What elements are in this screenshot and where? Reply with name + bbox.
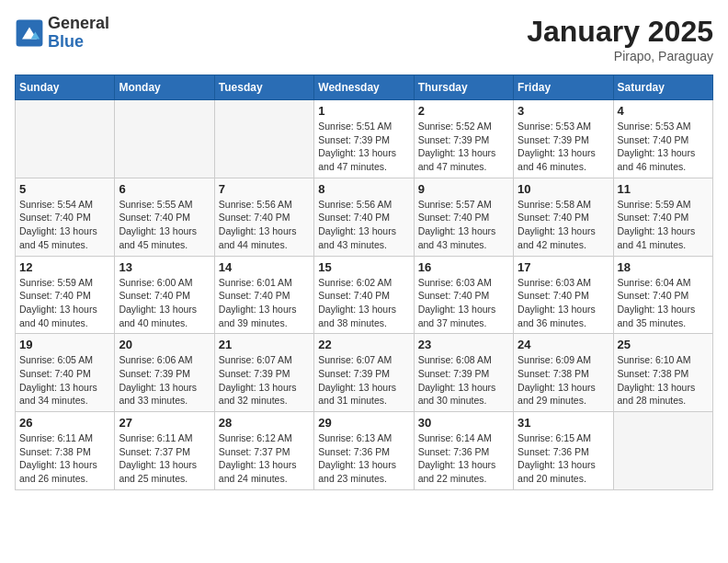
day-number: 18	[618, 260, 709, 274]
day-info: Sunrise: 6:07 AM Sunset: 7:39 PM Dayligh…	[318, 353, 409, 408]
page-header: General Blue January 2025 Pirapo, Paragu…	[15, 15, 713, 63]
calendar-cell: 17Sunrise: 6:03 AM Sunset: 7:40 PM Dayli…	[514, 256, 613, 334]
day-info: Sunrise: 6:11 AM Sunset: 7:38 PM Dayligh…	[19, 431, 110, 486]
calendar-cell: 7Sunrise: 5:56 AM Sunset: 7:40 PM Daylig…	[214, 178, 313, 256]
weekday-header-sunday: Sunday	[16, 75, 115, 100]
day-number: 26	[19, 416, 110, 430]
calendar-table: SundayMondayTuesdayWednesdayThursdayFrid…	[15, 75, 713, 490]
day-number: 5	[19, 182, 110, 196]
calendar-cell: 12Sunrise: 5:59 AM Sunset: 7:40 PM Dayli…	[16, 256, 115, 334]
day-info: Sunrise: 5:52 AM Sunset: 7:39 PM Dayligh…	[418, 120, 509, 174]
calendar-cell: 29Sunrise: 6:13 AM Sunset: 7:36 PM Dayli…	[314, 412, 414, 490]
day-info: Sunrise: 5:53 AM Sunset: 7:40 PM Dayligh…	[618, 120, 709, 174]
day-info: Sunrise: 5:53 AM Sunset: 7:39 PM Dayligh…	[518, 120, 609, 174]
calendar-cell: 25Sunrise: 6:10 AM Sunset: 7:38 PM Dayli…	[613, 334, 712, 412]
day-info: Sunrise: 5:59 AM Sunset: 7:40 PM Dayligh…	[19, 276, 110, 330]
calendar-cell: 1Sunrise: 5:51 AM Sunset: 7:39 PM Daylig…	[314, 100, 414, 178]
day-number: 19	[19, 338, 110, 351]
calendar-cell: 24Sunrise: 6:09 AM Sunset: 7:38 PM Dayli…	[514, 334, 613, 412]
calendar-cell: 15Sunrise: 6:02 AM Sunset: 7:40 PM Dayli…	[314, 256, 414, 334]
weekday-header-monday: Monday	[115, 75, 214, 100]
weekday-header-wednesday: Wednesday	[314, 75, 414, 100]
day-number: 28	[219, 416, 310, 430]
day-number: 29	[318, 416, 409, 430]
day-info: Sunrise: 5:59 AM Sunset: 7:40 PM Dayligh…	[618, 198, 709, 252]
calendar-cell: 23Sunrise: 6:08 AM Sunset: 7:39 PM Dayli…	[414, 334, 513, 412]
calendar-cell: 20Sunrise: 6:06 AM Sunset: 7:39 PM Dayli…	[115, 334, 214, 412]
calendar-cell: 4Sunrise: 5:53 AM Sunset: 7:40 PM Daylig…	[613, 100, 712, 178]
day-info: Sunrise: 6:03 AM Sunset: 7:40 PM Dayligh…	[418, 276, 509, 330]
day-info: Sunrise: 6:12 AM Sunset: 7:37 PM Dayligh…	[219, 431, 310, 486]
calendar-cell: 27Sunrise: 6:11 AM Sunset: 7:37 PM Dayli…	[115, 412, 214, 490]
calendar-cell: 28Sunrise: 6:12 AM Sunset: 7:37 PM Dayli…	[214, 412, 313, 490]
day-info: Sunrise: 6:08 AM Sunset: 7:39 PM Dayligh…	[418, 353, 509, 408]
day-number: 24	[518, 338, 609, 351]
day-info: Sunrise: 6:02 AM Sunset: 7:40 PM Dayligh…	[318, 276, 409, 330]
day-info: Sunrise: 6:11 AM Sunset: 7:37 PM Dayligh…	[119, 431, 210, 486]
day-info: Sunrise: 5:51 AM Sunset: 7:39 PM Dayligh…	[318, 120, 409, 174]
day-info: Sunrise: 6:15 AM Sunset: 7:36 PM Dayligh…	[518, 431, 609, 486]
day-number: 16	[418, 260, 509, 274]
day-number: 11	[618, 182, 709, 196]
logo-blue: Blue	[48, 33, 109, 52]
day-info: Sunrise: 6:00 AM Sunset: 7:40 PM Dayligh…	[119, 276, 210, 330]
calendar-cell: 14Sunrise: 6:01 AM Sunset: 7:40 PM Dayli…	[214, 256, 313, 334]
day-number: 3	[518, 104, 609, 118]
weekday-header-tuesday: Tuesday	[214, 75, 313, 100]
calendar-week-1: 1Sunrise: 5:51 AM Sunset: 7:39 PM Daylig…	[16, 100, 713, 178]
day-number: 27	[119, 416, 210, 430]
day-number: 6	[119, 182, 210, 196]
day-number: 7	[219, 182, 310, 196]
calendar-cell: 13Sunrise: 6:00 AM Sunset: 7:40 PM Dayli…	[115, 256, 214, 334]
logo-general: General	[48, 15, 109, 33]
day-number: 9	[418, 182, 509, 196]
location: Pirapo, Paraguay	[527, 49, 713, 63]
day-info: Sunrise: 5:56 AM Sunset: 7:40 PM Dayligh…	[318, 198, 409, 252]
calendar-week-4: 19Sunrise: 6:05 AM Sunset: 7:40 PM Dayli…	[16, 334, 713, 412]
month-title: January 2025	[527, 15, 713, 49]
calendar-cell: 8Sunrise: 5:56 AM Sunset: 7:40 PM Daylig…	[314, 178, 414, 256]
calendar-cell	[115, 100, 214, 178]
weekday-header-row: SundayMondayTuesdayWednesdayThursdayFrid…	[16, 75, 713, 100]
day-number: 30	[418, 416, 509, 430]
day-info: Sunrise: 6:10 AM Sunset: 7:38 PM Dayligh…	[618, 353, 709, 408]
day-info: Sunrise: 5:58 AM Sunset: 7:40 PM Dayligh…	[518, 198, 609, 252]
day-number: 2	[418, 104, 509, 118]
day-number: 8	[318, 182, 409, 196]
day-number: 12	[19, 260, 110, 274]
day-number: 31	[518, 416, 609, 430]
calendar-cell: 6Sunrise: 5:55 AM Sunset: 7:40 PM Daylig…	[115, 178, 214, 256]
calendar-cell: 19Sunrise: 6:05 AM Sunset: 7:40 PM Dayli…	[16, 334, 115, 412]
calendar-cell: 22Sunrise: 6:07 AM Sunset: 7:39 PM Dayli…	[314, 334, 414, 412]
weekday-header-thursday: Thursday	[414, 75, 513, 100]
day-info: Sunrise: 5:57 AM Sunset: 7:40 PM Dayligh…	[418, 198, 509, 252]
logo-text: General Blue	[48, 15, 109, 52]
calendar-cell	[16, 100, 115, 178]
day-info: Sunrise: 6:05 AM Sunset: 7:40 PM Dayligh…	[19, 353, 110, 408]
calendar-week-5: 26Sunrise: 6:11 AM Sunset: 7:38 PM Dayli…	[16, 412, 713, 490]
calendar-cell	[613, 412, 712, 490]
day-info: Sunrise: 6:07 AM Sunset: 7:39 PM Dayligh…	[219, 353, 310, 408]
calendar-cell: 31Sunrise: 6:15 AM Sunset: 7:36 PM Dayli…	[514, 412, 613, 490]
calendar-cell: 10Sunrise: 5:58 AM Sunset: 7:40 PM Dayli…	[514, 178, 613, 256]
day-number: 21	[219, 338, 310, 351]
day-info: Sunrise: 6:03 AM Sunset: 7:40 PM Dayligh…	[518, 276, 609, 330]
calendar-cell	[214, 100, 313, 178]
day-number: 14	[219, 260, 310, 274]
day-number: 20	[119, 338, 210, 351]
day-info: Sunrise: 5:54 AM Sunset: 7:40 PM Dayligh…	[19, 198, 110, 252]
day-number: 4	[618, 104, 709, 118]
weekday-header-saturday: Saturday	[613, 75, 712, 100]
calendar-cell: 3Sunrise: 5:53 AM Sunset: 7:39 PM Daylig…	[514, 100, 613, 178]
calendar-week-3: 12Sunrise: 5:59 AM Sunset: 7:40 PM Dayli…	[16, 256, 713, 334]
day-info: Sunrise: 6:06 AM Sunset: 7:39 PM Dayligh…	[119, 353, 210, 408]
day-number: 23	[418, 338, 509, 351]
calendar-week-2: 5Sunrise: 5:54 AM Sunset: 7:40 PM Daylig…	[16, 178, 713, 256]
day-number: 25	[618, 338, 709, 351]
day-info: Sunrise: 5:55 AM Sunset: 7:40 PM Dayligh…	[119, 198, 210, 252]
calendar-cell: 2Sunrise: 5:52 AM Sunset: 7:39 PM Daylig…	[414, 100, 513, 178]
logo-icon	[15, 18, 44, 48]
day-info: Sunrise: 5:56 AM Sunset: 7:40 PM Dayligh…	[219, 198, 310, 252]
calendar-cell: 21Sunrise: 6:07 AM Sunset: 7:39 PM Dayli…	[214, 334, 313, 412]
calendar-cell: 16Sunrise: 6:03 AM Sunset: 7:40 PM Dayli…	[414, 256, 513, 334]
